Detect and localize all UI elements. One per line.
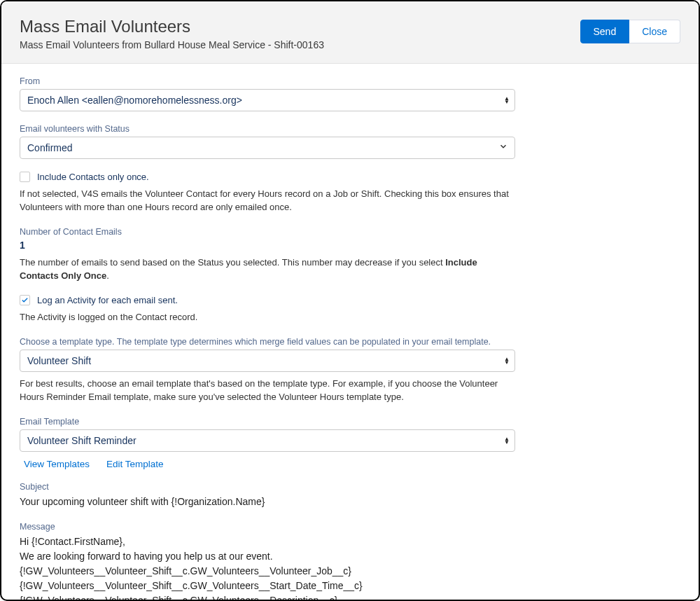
message-body: Hi {!Contact.FirstName}, We are looking … [20, 534, 515, 601]
contact-count-value: 1 [20, 240, 515, 251]
send-button[interactable]: Send [580, 20, 630, 43]
message-line: {!GW_Volunteers__Volunteer_Shift__c.GW_V… [20, 579, 515, 593]
status-select[interactable]: Confirmed [20, 137, 515, 159]
contact-count-field: Number of Contact Emails 1 The number of… [20, 227, 515, 283]
status-field: Email volunteers with Status Confirmed [20, 124, 515, 159]
message-field: Message Hi {!Contact.FirstName}, We are … [20, 522, 515, 601]
edit-template-link[interactable]: Edit Template [106, 459, 164, 469]
modal-frame: Mass Email Volunteers Mass Email Volunte… [0, 0, 700, 601]
template-type-field: Choose a template type. The template typ… [20, 337, 515, 404]
template-links: View Templates Edit Template [20, 459, 515, 469]
log-activity-label: Log an Activity for each email sent. [37, 295, 178, 305]
email-template-value: Volunteer Shift Reminder [20, 429, 515, 452]
email-template-label: Email Template [20, 417, 515, 427]
subject-label: Subject [20, 482, 515, 492]
status-label: Email volunteers with Status [20, 124, 515, 134]
template-type-help: For best results, choose an email templa… [20, 378, 515, 404]
message-label: Message [20, 522, 515, 532]
include-once-checkbox[interactable] [20, 172, 30, 182]
template-type-select[interactable]: Volunteer Shift ▲▼ [20, 350, 515, 372]
modal-header: Mass Email Volunteers Mass Email Volunte… [1, 1, 699, 63]
from-field: From Enoch Allen <eallen@nomorehomelessn… [20, 76, 515, 111]
contact-count-label: Number of Contact Emails [20, 227, 515, 237]
template-type-label: Choose a template type. The template typ… [20, 337, 515, 347]
view-templates-link[interactable]: View Templates [24, 459, 90, 469]
include-once-label: Include Contacts only once. [37, 172, 149, 182]
form-content: From Enoch Allen <eallen@nomorehomelessn… [1, 64, 533, 601]
message-line: Hi {!Contact.FirstName}, [20, 534, 515, 549]
subject-value: Your upcoming volunteer shift with {!Org… [20, 495, 515, 509]
message-line: {!GW_Volunteers__Volunteer_Shift__c.GW_V… [20, 564, 515, 579]
contact-count-help-a: The number of emails to send based on th… [20, 257, 445, 268]
message-line: {!GW_Volunteers__Volunteer_Shift__c.GW_V… [20, 593, 515, 601]
from-select[interactable]: Enoch Allen <eallen@nomorehomelessness.o… [20, 89, 515, 111]
contact-count-help-c: . [106, 270, 109, 281]
from-value: Enoch Allen <eallen@nomorehomelessness.o… [20, 89, 515, 111]
include-once-row: Include Contacts only once. [20, 172, 515, 182]
email-template-field: Email Template Volunteer Shift Reminder … [20, 417, 515, 469]
message-line: We are looking forward to having you hel… [20, 549, 515, 564]
close-button[interactable]: Close [629, 20, 680, 43]
log-activity-row: Log an Activity for each email sent. [20, 295, 515, 305]
log-activity-help: The Activity is logged on the Contact re… [20, 311, 515, 324]
include-once-help: If not selected, V4S emails the Voluntee… [20, 188, 515, 214]
status-value: Confirmed [20, 137, 515, 159]
log-activity-checkbox[interactable] [20, 295, 30, 305]
page-title: Mass Email Volunteers [20, 17, 324, 36]
email-template-select[interactable]: Volunteer Shift Reminder ▲▼ [20, 429, 515, 452]
subject-field: Subject Your upcoming volunteer shift wi… [20, 482, 515, 509]
page-subtitle: Mass Email Volunteers from Bullard House… [20, 39, 324, 50]
header-button-group: Send Close [580, 20, 681, 43]
from-label: From [20, 76, 515, 86]
contact-count-help: The number of emails to send based on th… [20, 256, 515, 283]
template-type-value: Volunteer Shift [20, 350, 515, 372]
